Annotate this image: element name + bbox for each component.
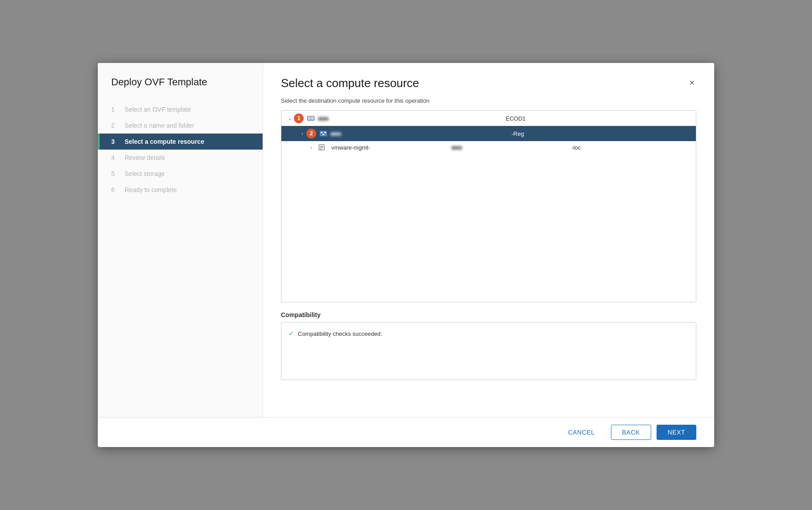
active-bar-step3 (98, 134, 100, 150)
main-header: Select a compute resource × (281, 76, 696, 90)
sidebar-item-step3[interactable]: 3 Select a compute resource (98, 134, 263, 150)
next-button[interactable]: NEXT (657, 425, 696, 440)
node-reg-label-blurred: ■■■ (331, 130, 511, 137)
datacenter-icon (306, 115, 315, 122)
vm-icon (317, 144, 326, 151)
svg-rect-11 (320, 147, 323, 148)
step1-num: 1 (111, 106, 120, 113)
step5-label: Select storage (125, 170, 165, 177)
step3-label: Select a compute resource (125, 138, 204, 145)
sidebar-item-step1[interactable]: 1 Select an OVF template (98, 101, 263, 117)
step4-num: 4 (111, 154, 120, 161)
compatibility-section: Compatibility ✓ Compatibility checks suc… (281, 311, 696, 380)
svg-rect-5 (320, 131, 327, 136)
check-icon: ✓ (289, 330, 294, 338)
tree-node-vmware[interactable]: › vmware-mgmt- ■■■ -loc (281, 141, 696, 154)
compatibility-check-text: Compatibility checks succeeded. (298, 330, 382, 337)
node-ecod1-label: ECOD1 (506, 115, 691, 122)
step1-label: Select an OVF template (125, 106, 191, 113)
badge-1: 1 (294, 113, 304, 123)
cluster-icon (319, 130, 328, 137)
node-vmware-label-blurred: ■■■ (452, 144, 572, 151)
subtitle: Select the destination compute resource … (281, 97, 696, 104)
step6-num: 6 (111, 186, 120, 193)
cancel-button[interactable]: CANCEL (557, 425, 606, 439)
step2-label: Select a name and folder (125, 122, 194, 129)
chevron-right-icon: › (298, 131, 306, 136)
svg-rect-2 (311, 117, 314, 118)
compatibility-box: ✓ Compatibility checks succeeded. (281, 322, 696, 380)
tree-node-ecod1[interactable]: ⌄ 1 ■■■ ECOD1 (281, 111, 696, 126)
svg-rect-8 (322, 134, 324, 135)
sidebar-item-step2[interactable]: 2 Select a name and folder (98, 117, 263, 134)
svg-rect-4 (311, 118, 314, 119)
compatibility-title: Compatibility (281, 311, 696, 318)
sidebar-title: Deploy OVF Template (98, 76, 263, 101)
sidebar-item-step5: 5 Select storage (98, 166, 263, 182)
dialog-footer: CANCEL BACK NEXT (98, 417, 714, 447)
back-button[interactable]: BACK (611, 425, 651, 440)
main-content: Select a compute resource × Select the d… (263, 63, 714, 417)
node-reg-label: -Reg (511, 130, 691, 137)
step6-label: Ready to complete (125, 186, 177, 193)
step5-num: 5 (111, 170, 120, 177)
step2-num: 2 (111, 122, 120, 129)
badge-2: 2 (306, 129, 316, 138)
compatibility-check: ✓ Compatibility checks succeeded. (289, 330, 689, 338)
sidebar: Deploy OVF Template 1 Select an OVF temp… (98, 63, 263, 417)
node-ecod1-label-blurred: ■■■ (318, 115, 504, 122)
sidebar-item-step6: 6 Ready to complete (98, 182, 263, 198)
node-vmware-label: vmware-mgmt- (331, 144, 452, 151)
chevron-down-icon: ⌄ (286, 116, 294, 121)
deploy-ovf-dialog: Deploy OVF Template 1 Select an OVF temp… (98, 63, 714, 447)
dialog-body: Deploy OVF Template 1 Select an OVF temp… (98, 63, 714, 417)
step3-num: 3 (111, 138, 120, 145)
step4-label: Review details (125, 154, 165, 161)
svg-rect-7 (324, 132, 326, 133)
node-vmware-label-suffix: -loc (571, 144, 691, 151)
svg-rect-1 (308, 117, 310, 118)
close-button[interactable]: × (687, 76, 696, 89)
main-title: Select a compute resource (281, 76, 419, 90)
sidebar-item-step4: 4 Review details (98, 150, 263, 166)
svg-rect-6 (321, 132, 322, 133)
svg-rect-3 (308, 118, 310, 119)
tree-node-reg[interactable]: › 2 ■■■ -Reg (281, 126, 696, 141)
svg-rect-10 (320, 146, 323, 147)
svg-rect-12 (320, 149, 322, 150)
resource-tree[interactable]: ⌄ 1 ■■■ ECOD1 (281, 110, 696, 302)
chevron-right-icon-vm: › (307, 145, 315, 150)
